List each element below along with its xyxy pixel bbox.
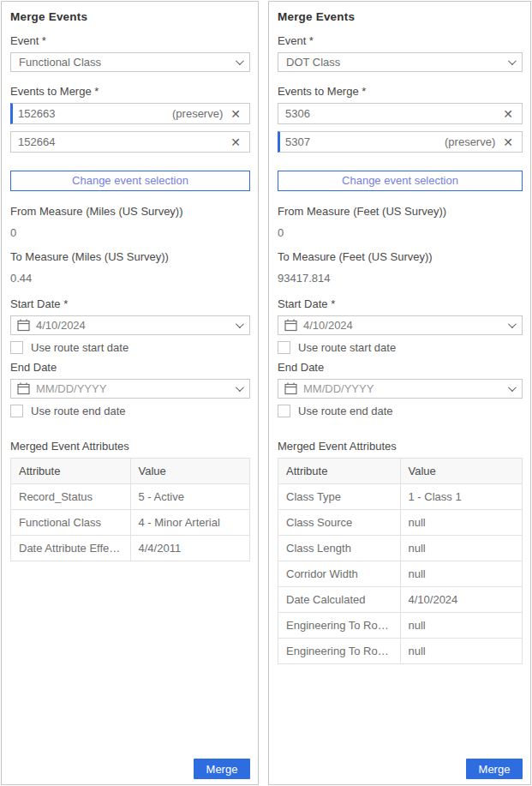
- calendar-icon: [17, 319, 30, 332]
- remove-event-button[interactable]: ✕: [229, 107, 242, 121]
- checkbox[interactable]: [10, 405, 23, 417]
- calendar-icon: [284, 319, 297, 332]
- change-event-selection-button[interactable]: Change event selection: [278, 171, 523, 191]
- table-row: Date Attribute Effective4/4/2011: [11, 536, 250, 561]
- merge-button[interactable]: Merge: [194, 759, 250, 779]
- table-row: Date Calculated4/10/2024: [278, 587, 523, 613]
- end-date-label: End Date: [278, 361, 523, 374]
- attribute-cell: Date Calculated: [278, 587, 401, 613]
- event-select[interactable]: Functional Class: [10, 52, 250, 72]
- attribute-cell: Class Length: [278, 536, 401, 561]
- remove-event-button[interactable]: ✕: [501, 107, 515, 121]
- value-cell: null: [400, 639, 523, 664]
- start-date-label: Start Date *: [10, 297, 250, 310]
- attribute-column-header: Attribute: [278, 459, 401, 484]
- events-to-merge-label: Events to Merge *: [278, 85, 523, 98]
- end-date-select[interactable]: MM/DD/YYYY: [10, 379, 250, 399]
- value-column-header: Value: [130, 459, 250, 484]
- use-route-start-date-checkbox-row[interactable]: Use route start date: [278, 341, 523, 354]
- end-date-label: End Date: [10, 361, 250, 374]
- bottom-bar: Merge: [278, 753, 523, 779]
- use-route-end-date-label: Use route end date: [31, 405, 126, 417]
- table-row: Class Sourcenull: [278, 510, 523, 536]
- table-row: Engineering To Route ...null: [278, 639, 523, 664]
- calendar-icon: [284, 382, 297, 395]
- value-cell: 4 - Minor Arterial: [130, 510, 250, 536]
- end-date-placeholder: MM/DD/YYYY: [303, 382, 503, 395]
- events-to-merge-label: Events to Merge *: [10, 85, 250, 98]
- page-title: Merge Events: [10, 10, 250, 23]
- start-date-label: Start Date *: [278, 297, 523, 310]
- checkbox[interactable]: [278, 341, 290, 354]
- event-id-input[interactable]: 5306 ✕: [278, 103, 523, 124]
- page-title: Merge Events: [278, 10, 523, 23]
- use-route-end-date-checkbox-row[interactable]: Use route end date: [10, 405, 250, 417]
- value-cell: null: [400, 536, 523, 561]
- event-id-input[interactable]: 152663 (preserve) ✕: [10, 103, 250, 124]
- attribute-column-header: Attribute: [11, 459, 131, 484]
- attribute-cell: Record_Status: [11, 484, 131, 510]
- attribute-cell: Engineering To RouteID: [278, 613, 401, 639]
- from-measure-label: From Measure (Feet (US Survey)): [278, 205, 523, 218]
- remove-event-button[interactable]: ✕: [229, 135, 242, 149]
- value-column-header: Value: [400, 459, 523, 484]
- use-route-end-date-checkbox-row[interactable]: Use route end date: [278, 405, 523, 417]
- use-route-start-date-checkbox-row[interactable]: Use route start date: [10, 341, 250, 354]
- merge-button[interactable]: Merge: [466, 759, 523, 779]
- merged-attributes-table: Attribute Value Record_Status5 - ActiveF…: [10, 458, 250, 561]
- table-row: Class Type1 - Class 1: [278, 484, 523, 510]
- table-row: Functional Class4 - Minor Arterial: [11, 510, 250, 536]
- merge-events-panels: Merge Events Event * Functional Class Ev…: [0, 0, 532, 786]
- change-event-selection-button[interactable]: Change event selection: [10, 171, 250, 191]
- chevron-down-icon: [236, 57, 244, 65]
- calendar-icon: [17, 382, 30, 395]
- event-id-value: 152663: [18, 107, 55, 120]
- value-cell: 4/4/2011: [130, 536, 250, 561]
- use-route-end-date-label: Use route end date: [298, 405, 393, 417]
- attribute-cell: Class Source: [278, 510, 401, 536]
- event-select[interactable]: DOT Class: [278, 52, 523, 72]
- preserve-tag: (preserve): [445, 135, 495, 148]
- chevron-down-icon: [236, 320, 244, 328]
- remove-event-button[interactable]: ✕: [501, 135, 515, 149]
- value-cell: 1 - Class 1: [400, 484, 523, 510]
- event-select-value: DOT Class: [286, 56, 340, 69]
- bottom-bar: Merge: [10, 753, 250, 779]
- use-route-start-date-label: Use route start date: [298, 341, 396, 354]
- end-date-select[interactable]: MM/DD/YYYY: [278, 379, 523, 399]
- start-date-value: 4/10/2024: [303, 319, 503, 332]
- table-row: Record_Status5 - Active: [11, 484, 250, 510]
- merge-events-panel-left: Merge Events Event * Functional Class Ev…: [1, 1, 259, 785]
- checkbox[interactable]: [10, 341, 23, 354]
- event-select-value: Functional Class: [19, 56, 101, 69]
- merged-attributes-table: Attribute Value Class Type1 - Class 1Cla…: [278, 458, 523, 664]
- chevron-down-icon: [236, 383, 244, 392]
- preserve-tag: (preserve): [172, 107, 223, 120]
- merged-event-attributes-title: Merged Event Attributes: [10, 440, 250, 453]
- to-measure-label: To Measure (Feet (US Survey)): [278, 250, 523, 263]
- attribute-cell: Corridor Width: [278, 561, 401, 587]
- chevron-down-icon: [508, 320, 517, 328]
- to-measure-label: To Measure (Miles (US Survey)): [10, 250, 250, 263]
- to-measure-value: 93417.814: [278, 272, 523, 285]
- attribute-cell: Date Attribute Effective: [11, 536, 131, 561]
- to-measure-value: 0.44: [10, 272, 250, 285]
- chevron-down-icon: [508, 57, 517, 65]
- start-date-select[interactable]: 4/10/2024: [278, 315, 523, 335]
- event-id-input[interactable]: 5307 (preserve) ✕: [278, 131, 523, 153]
- use-route-start-date-label: Use route start date: [31, 341, 129, 354]
- merged-event-attributes-title: Merged Event Attributes: [278, 440, 523, 453]
- event-id-value: 5307: [285, 135, 310, 148]
- table-row: Engineering To RouteIDnull: [278, 613, 523, 639]
- chevron-down-icon: [508, 383, 517, 392]
- event-id-input[interactable]: 152664 ✕: [10, 131, 250, 153]
- attribute-cell: Functional Class: [11, 510, 131, 536]
- table-header-row: Attribute Value: [11, 459, 250, 484]
- checkbox[interactable]: [278, 405, 290, 417]
- value-cell: 5 - Active: [130, 484, 250, 510]
- value-cell: null: [400, 613, 523, 639]
- start-date-select[interactable]: 4/10/2024: [10, 315, 250, 335]
- value-cell: null: [400, 561, 523, 587]
- event-label: Event *: [10, 34, 250, 47]
- event-label: Event *: [278, 34, 523, 47]
